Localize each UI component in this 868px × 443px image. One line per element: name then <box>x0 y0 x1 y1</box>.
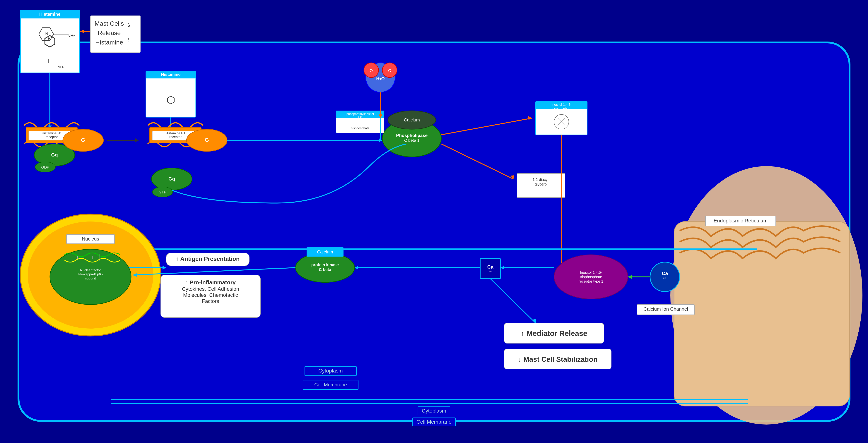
svg-rect-68 <box>535 101 587 135</box>
svg-text:GDP: GDP <box>41 165 49 169</box>
mast-cells-label: Mast Cells Release Histamine <box>91 16 128 50</box>
svg-text:Histamine: Histamine <box>161 72 180 77</box>
svg-marker-42 <box>135 138 138 143</box>
svg-rect-146 <box>504 349 611 369</box>
svg-text:Ca: Ca <box>662 271 668 276</box>
svg-rect-114 <box>161 275 260 317</box>
svg-text:trisphosphate: trisphosphate <box>552 107 571 110</box>
svg-point-1 <box>671 166 863 424</box>
svg-text:Calcium: Calcium <box>404 117 420 122</box>
svg-text:Nucleus: Nucleus <box>82 236 99 242</box>
svg-point-58 <box>382 120 441 157</box>
svg-text:H₂O: H₂O <box>376 76 385 81</box>
svg-text:bisphosphate: bisphosphate <box>351 126 369 130</box>
svg-point-72 <box>554 115 569 129</box>
svg-point-119 <box>296 253 354 282</box>
svg-rect-43 <box>146 71 196 117</box>
svg-text:↑ Pro-inflammatory: ↑ Pro-inflammatory <box>185 279 236 285</box>
svg-text:subunit: subunit <box>85 277 96 280</box>
svg-text:Ca: Ca <box>487 264 493 270</box>
svg-point-79 <box>364 63 379 77</box>
svg-text:Cytokines, Cell Adhesion: Cytokines, Cell Adhesion <box>182 286 239 292</box>
svg-text:Gq: Gq <box>51 152 58 158</box>
svg-marker-89 <box>510 176 514 179</box>
svg-marker-85 <box>379 115 382 118</box>
svg-point-56 <box>152 187 173 197</box>
svg-line-124 <box>133 267 296 275</box>
svg-rect-49 <box>152 131 198 140</box>
svg-text:⬡: ⬡ <box>166 94 175 105</box>
svg-text:Cytoplasm: Cytoplasm <box>318 368 343 374</box>
svg-rect-2 <box>674 222 849 406</box>
svg-text:Histamine H1: Histamine H1 <box>42 131 62 135</box>
svg-text:Factors: Factors <box>202 298 219 304</box>
svg-text:Inositol 1,4,5-: Inositol 1,4,5- <box>552 103 571 106</box>
svg-rect-63 <box>336 111 384 133</box>
svg-text:Molecules, Chemotactic: Molecules, Chemotactic <box>183 292 238 298</box>
svg-marker-30 <box>48 126 52 129</box>
svg-text:Calcium: Calcium <box>317 249 333 254</box>
svg-rect-9 <box>303 380 358 389</box>
svg-marker-139 <box>628 275 631 279</box>
svg-line-74 <box>558 118 565 126</box>
svg-point-135 <box>650 262 680 292</box>
svg-text:protein kinase: protein kinase <box>311 262 339 267</box>
svg-text:4,5-: 4,5- <box>358 116 363 120</box>
svg-point-97 <box>28 222 153 328</box>
svg-text:trisphosphate: trisphosphate <box>580 275 602 279</box>
svg-rect-3 <box>706 216 776 226</box>
svg-point-52 <box>187 129 227 151</box>
histamine-outer-box <box>20 10 80 73</box>
svg-text:Nuclear factor: Nuclear factor <box>80 268 101 272</box>
svg-rect-75 <box>517 173 565 197</box>
svg-marker-91 <box>560 267 563 271</box>
svg-marker-87 <box>528 116 532 120</box>
svg-text:Inositol 1,4,5-: Inositol 1,4,5- <box>580 271 602 275</box>
svg-text:↑ Mediator Release: ↑ Mediator Release <box>521 329 587 338</box>
svg-marker-149 <box>533 319 536 323</box>
svg-text:C beta 1: C beta 1 <box>404 138 420 143</box>
svg-point-37 <box>35 162 55 172</box>
svg-rect-7 <box>305 367 356 376</box>
svg-marker-94 <box>379 138 382 143</box>
svg-line-73 <box>558 118 565 126</box>
svg-text:O: O <box>388 68 391 73</box>
svg-text:↓ Mast Cell Stabilization: ↓ Mast Cell Stabilization <box>518 355 598 363</box>
svg-text:phosphatidylinositol: phosphatidylinositol <box>346 112 374 116</box>
svg-line-86 <box>441 118 532 135</box>
svg-text:²⁺: ²⁺ <box>663 277 666 280</box>
svg-point-96 <box>20 214 161 336</box>
svg-text:Endoplasmic Reticulum: Endoplasmic Reticulum <box>714 218 768 224</box>
svg-point-80 <box>382 63 397 77</box>
svg-text:↑ Antigen Presentation: ↑ Antigen Presentation <box>176 255 240 262</box>
svg-rect-144 <box>504 323 604 343</box>
svg-text:²⁺: ²⁺ <box>489 270 492 274</box>
cell-membrane-label: Cell Membrane <box>412 417 456 426</box>
svg-text:G: G <box>81 137 85 143</box>
svg-text:Gq: Gq <box>168 176 175 182</box>
svg-rect-98 <box>66 234 115 244</box>
svg-point-131 <box>554 255 628 299</box>
svg-marker-141 <box>500 266 504 270</box>
svg-text:NF-kappa-B p65: NF-kappa-B p65 <box>78 273 103 276</box>
svg-text:Phospholipase: Phospholipase <box>396 133 428 138</box>
svg-marker-130 <box>354 266 358 270</box>
svg-text:receptor type 1: receptor type 1 <box>579 279 603 283</box>
cytoplasm-label: Cytoplasm <box>418 407 450 415</box>
svg-text:G: G <box>205 137 209 143</box>
svg-text:1,2-diacyl-: 1,2-diacyl- <box>533 178 550 182</box>
svg-rect-48 <box>150 127 201 143</box>
svg-text:receptor: receptor <box>45 135 58 139</box>
svg-rect-31 <box>26 127 78 143</box>
svg-text:receptor: receptor <box>169 135 182 139</box>
svg-text:C beta: C beta <box>319 267 331 272</box>
svg-point-54 <box>151 168 192 190</box>
svg-rect-112 <box>166 253 249 266</box>
svg-point-39 <box>63 129 103 151</box>
svg-point-35 <box>34 144 75 166</box>
svg-point-78 <box>366 63 395 92</box>
svg-marker-111 <box>162 266 166 270</box>
svg-text:Histamine H1: Histamine H1 <box>165 131 185 135</box>
svg-text:Cell Membrane: Cell Membrane <box>314 382 347 387</box>
svg-text:GTP: GTP <box>159 190 166 194</box>
